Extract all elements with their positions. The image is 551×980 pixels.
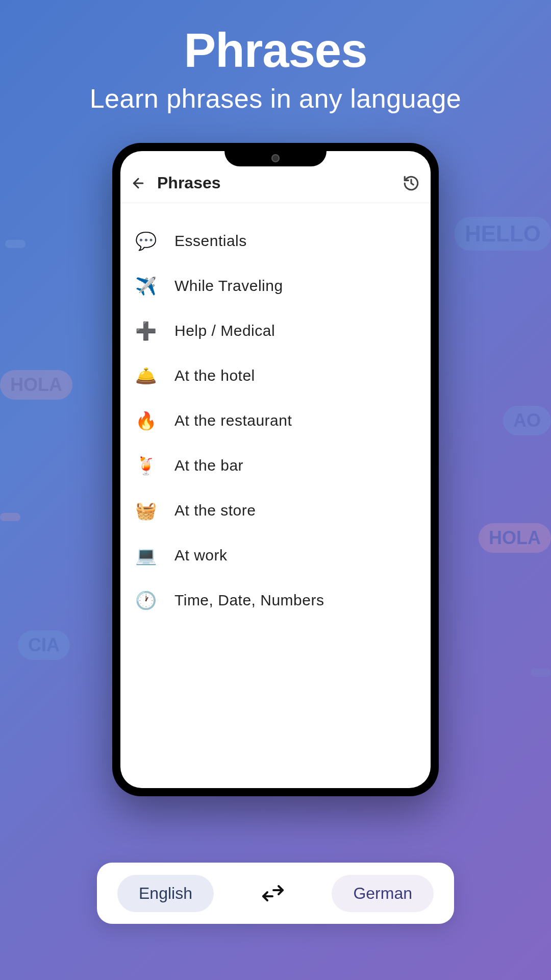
category-label: While Traveling (174, 277, 283, 295)
category-work[interactable]: 💻 At work (131, 533, 420, 578)
bg-bubble: AO (503, 406, 551, 435)
hero-title: Phrases (0, 23, 551, 78)
bg-bubble: CIA (18, 630, 70, 660)
category-label: At the bar (174, 457, 243, 474)
bg-bubble (0, 513, 20, 521)
category-label: At the store (174, 502, 256, 519)
category-help-medical[interactable]: ➕ Help / Medical (131, 308, 420, 353)
category-label: Essentials (174, 232, 247, 250)
category-label: At the restaurant (174, 412, 292, 429)
bg-bubble: HOLA (0, 370, 72, 400)
bg-bubble: HELLO (455, 217, 551, 251)
drink-icon: 🍹 (136, 455, 156, 476)
category-hotel[interactable]: 🛎️ At the hotel (131, 353, 420, 398)
category-traveling[interactable]: ✈️ While Traveling (131, 263, 420, 308)
basket-icon: 🧺 (136, 500, 156, 521)
phone-camera (271, 154, 280, 162)
page-title: Phrases (157, 174, 391, 192)
hero-section: Phrases Learn phrases in any language (0, 0, 551, 114)
hotel-bell-icon: 🛎️ (136, 365, 156, 386)
plane-icon: ✈️ (136, 276, 156, 296)
category-time-date[interactable]: 🕐 Time, Date, Numbers (131, 578, 420, 623)
category-restaurant[interactable]: 🔥 At the restaurant (131, 398, 420, 443)
category-store[interactable]: 🧺 At the store (131, 488, 420, 533)
category-list: 💬 Essentials ✈️ While Traveling ➕ Help /… (120, 203, 431, 638)
phone-frame: Phrases 💬 Essentials ✈️ While Traveling … (112, 143, 439, 796)
bbq-icon: 🔥 (136, 410, 156, 431)
category-label: At the hotel (174, 367, 255, 384)
category-label: Time, Date, Numbers (174, 592, 324, 609)
back-arrow-icon[interactable] (131, 176, 146, 191)
chat-icon: 💬 (136, 231, 156, 251)
medical-icon: ➕ (136, 321, 156, 341)
category-essentials[interactable]: 💬 Essentials (131, 218, 420, 263)
bg-bubble: HOLA (479, 523, 551, 553)
category-bar[interactable]: 🍹 At the bar (131, 443, 420, 488)
language-bar: English German (97, 863, 454, 924)
laptop-icon: 💻 (136, 545, 156, 566)
hero-subtitle: Learn phrases in any language (0, 83, 551, 114)
phone-screen: Phrases 💬 Essentials ✈️ While Traveling … (120, 151, 431, 788)
swap-languages-icon[interactable] (260, 883, 286, 903)
target-language-button[interactable]: German (332, 875, 434, 912)
history-icon[interactable] (402, 174, 420, 192)
clock-icon: 🕐 (136, 590, 156, 610)
category-label: Help / Medical (174, 322, 275, 339)
source-language-button[interactable]: English (117, 875, 214, 912)
bg-bubble (531, 669, 551, 677)
category-label: At work (174, 547, 228, 564)
bg-bubble (5, 240, 26, 248)
